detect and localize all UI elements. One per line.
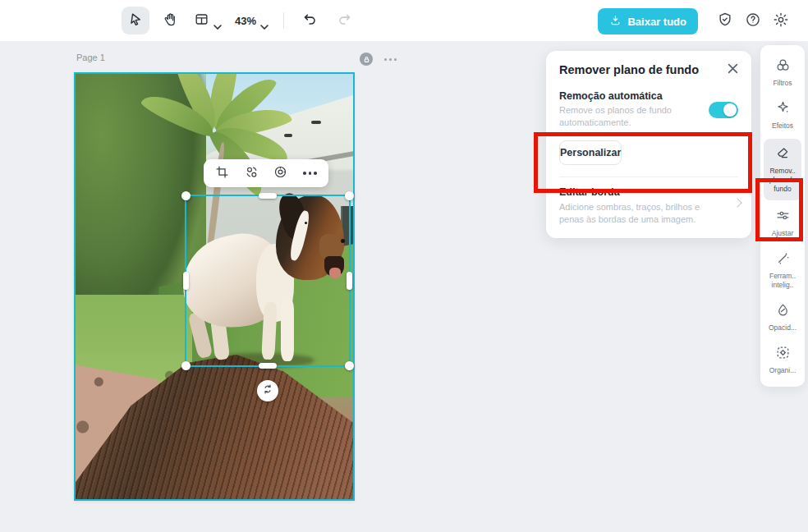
rotate-icon — [262, 383, 273, 398]
toggle-knob — [723, 103, 737, 117]
select-tool-button[interactable] — [122, 7, 149, 34]
close-icon — [728, 62, 738, 77]
page-more-icon[interactable] — [384, 58, 397, 61]
context-toolbar — [204, 159, 328, 187]
auto-removal-description: Remove os planos de fundo automaticament… — [559, 104, 699, 130]
tools-group: 43% — [122, 7, 358, 34]
shield-check-icon — [717, 11, 733, 31]
page-label: Page 1 — [76, 53, 105, 62]
rotate-handle[interactable] — [257, 380, 278, 401]
rail-item-opacidade[interactable]: Opacid... — [760, 296, 805, 339]
replace-button[interactable] — [241, 163, 262, 184]
resize-handle-left[interactable] — [183, 272, 189, 290]
auto-removal-row: Remoção automática Remove os planos de f… — [546, 84, 751, 130]
workspace: Page 1 — [0, 41, 808, 532]
top-toolbar: 43% Baixar tudo — [0, 0, 808, 41]
gear-icon — [773, 11, 789, 31]
resize-handle-top-left[interactable] — [181, 191, 191, 200]
hand-icon — [163, 11, 178, 30]
page-actions — [360, 53, 397, 66]
animate-icon — [273, 165, 287, 182]
photo-roof-mark — [311, 121, 321, 124]
page-lock-icon[interactable] — [360, 53, 373, 66]
rail-item-filtros[interactable]: Filtros — [760, 52, 805, 94]
question-icon — [745, 11, 761, 31]
hand-tool-button[interactable] — [156, 7, 184, 34]
cursor-icon — [128, 11, 144, 30]
zoom-control[interactable]: 43% — [232, 7, 272, 34]
settings-button[interactable] — [767, 7, 795, 35]
resize-handle-right[interactable] — [347, 272, 352, 290]
opacity-droplet-icon — [775, 302, 791, 323]
rail-item-organizar[interactable]: Organi... — [760, 339, 805, 382]
edit-border-description: Adicione sombras, traços, brilhos e pena… — [559, 201, 711, 227]
zoom-value: 43% — [235, 15, 256, 27]
panel-title: Remover plano de fundo — [559, 63, 725, 76]
resize-handle-top-right[interactable] — [345, 191, 354, 200]
selection-box[interactable] — [185, 195, 351, 367]
annotation-box-auto-removal — [534, 132, 752, 193]
replace-icon — [245, 165, 259, 182]
effects-icon — [775, 100, 791, 122]
toolbar-divider — [283, 12, 284, 29]
download-all-button[interactable]: Baixar tudo — [598, 8, 698, 34]
resize-handle-bottom-left[interactable] — [181, 361, 191, 370]
privacy-button[interactable] — [711, 7, 739, 35]
table-icon — [194, 11, 209, 30]
undo-icon — [302, 11, 318, 30]
filters-icon — [775, 57, 791, 79]
rail-item-efeitos[interactable]: Efeitos — [760, 94, 805, 137]
organize-icon — [775, 345, 791, 366]
annotation-box-rail-remover-fundo — [755, 178, 803, 241]
animate-button[interactable] — [270, 163, 292, 184]
auto-removal-title: Remoção automática — [559, 90, 709, 102]
background-eraser-icon — [775, 145, 791, 167]
download-icon — [609, 14, 622, 29]
close-panel-button[interactable] — [725, 62, 740, 77]
chevron-down-icon — [213, 18, 222, 24]
redo-icon — [337, 11, 352, 30]
table-tool-button[interactable] — [191, 7, 225, 34]
more-icon — [303, 172, 317, 175]
help-button[interactable] — [739, 7, 767, 35]
auto-removal-toggle[interactable] — [709, 102, 738, 118]
resize-handle-bottom[interactable] — [259, 363, 277, 369]
crop-icon — [215, 165, 229, 182]
header-actions: Baixar tudo — [598, 7, 795, 35]
chevron-right-icon — [732, 198, 741, 207]
magic-wand-icon — [775, 250, 791, 272]
resize-handle-bottom-right[interactable] — [345, 361, 354, 370]
chevron-down-icon — [260, 18, 269, 24]
rail-item-ferramentas-inteligentes[interactable]: Ferram.. intelig.. — [760, 245, 805, 296]
more-options-button[interactable] — [299, 163, 320, 184]
crop-button[interactable] — [212, 163, 233, 184]
undo-button[interactable] — [296, 7, 324, 34]
redo-button[interactable] — [330, 7, 358, 34]
resize-handle-top[interactable] — [259, 193, 277, 199]
download-all-label: Baixar tudo — [627, 16, 686, 28]
